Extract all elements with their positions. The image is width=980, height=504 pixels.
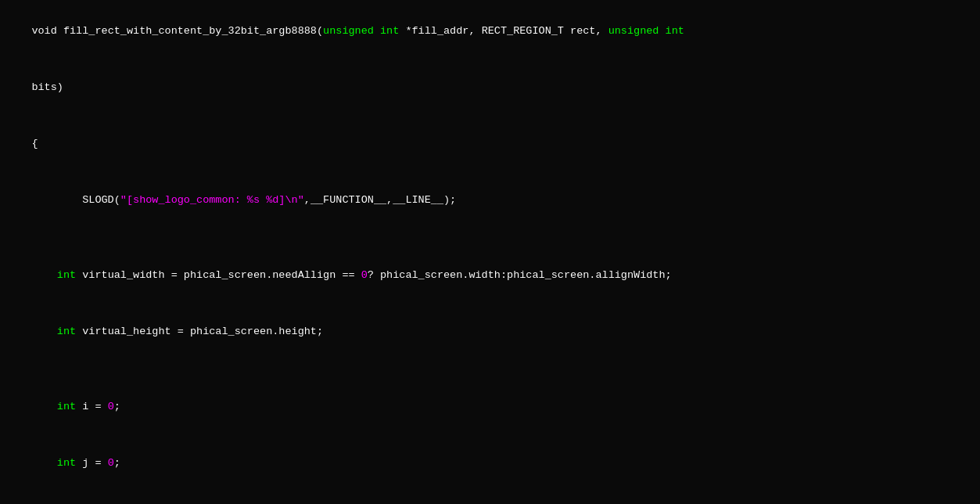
code-text: ; — [114, 457, 120, 469]
code-keyword: int — [57, 269, 76, 281]
code-keyword: unsigned — [608, 25, 666, 37]
code-text — [31, 401, 56, 412]
code-line — [0, 360, 980, 379]
code-text: ; — [114, 401, 120, 412]
code-text: bits) — [31, 81, 63, 93]
code-keyword: int — [57, 401, 76, 412]
code-line: bits) — [0, 59, 980, 116]
code-text: ? phical_screen.width:phical_screen.alli… — [368, 269, 672, 281]
code-text — [31, 269, 56, 281]
code-number: 0 — [361, 269, 368, 281]
code-text: virtual_width = phical_screen.needAllign… — [76, 269, 361, 281]
code-text: i = — [76, 401, 108, 412]
code-text: *fill_addr, RECT_REGION_T rect, — [399, 25, 608, 37]
code-text — [31, 457, 56, 469]
code-line: void fill_rect_with_content_by_32bit_arg… — [0, 3, 980, 59]
code-text: j = — [76, 457, 108, 469]
code-keyword: int — [380, 25, 399, 37]
code-line: int i = 0; — [0, 379, 980, 435]
code-line: SLOGD("[show_logo_common: %s %d]\n",__FU… — [0, 172, 980, 229]
code-text: fill_rect_with_content_by_32bit_argb8888… — [63, 25, 323, 37]
code-editor: void fill_rect_with_content_by_32bit_arg… — [0, 0, 980, 504]
code-number: 0 — [108, 457, 114, 469]
code-line: { — [0, 116, 980, 172]
code-text: SLOGD( — [31, 194, 120, 206]
code-line — [0, 491, 980, 504]
code-keyword: int — [57, 326, 76, 337]
code-text: ,__FUNCTION__,__LINE__); — [304, 194, 456, 206]
code-text: void — [31, 25, 63, 37]
code-keyword: int — [57, 457, 76, 469]
code-keyword: unsigned — [323, 25, 380, 37]
code-string: "[show_logo_common: %s %d]\n" — [120, 194, 304, 206]
code-line — [0, 229, 980, 247]
code-number: 0 — [108, 401, 114, 412]
code-text — [31, 326, 56, 337]
code-line: int virtual_height = phical_screen.heigh… — [0, 304, 980, 360]
code-text: { — [31, 138, 38, 149]
code-line: int j = 0; — [0, 435, 980, 491]
code-keyword: int — [666, 25, 684, 37]
code-line: int virtual_width = phical_screen.needAl… — [0, 247, 980, 304]
code-text: virtual_height = phical_screen.height; — [76, 326, 323, 337]
